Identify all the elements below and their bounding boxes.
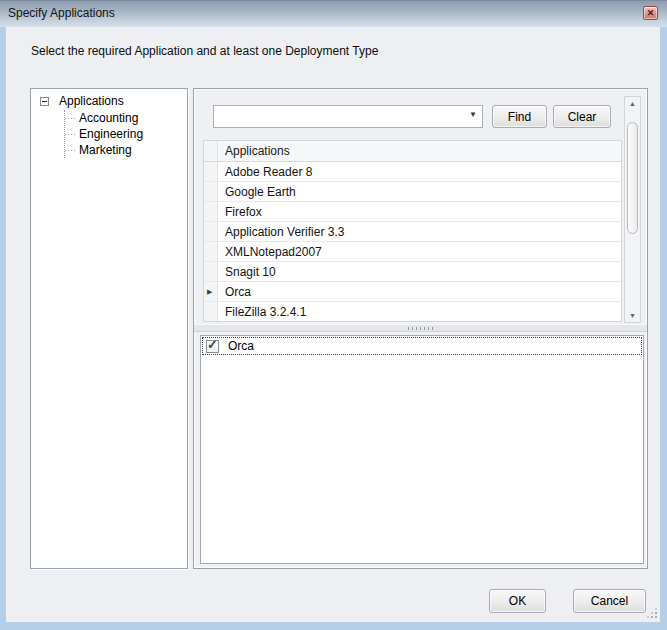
scroll-down-arrow-icon[interactable]: ▼: [625, 312, 640, 319]
splitter-grip: [408, 327, 434, 330]
column-header-applications[interactable]: Applications: [218, 141, 621, 161]
checkbox-label: Orca: [228, 339, 254, 353]
specify-applications-dialog: Specify Applications ✕ Select the requir…: [0, 0, 667, 630]
current-row-marker-icon: ▶: [207, 288, 212, 296]
scrollbar-thumb[interactable]: [627, 122, 638, 234]
ok-button[interactable]: OK: [489, 589, 546, 613]
close-icon: ✕: [647, 8, 655, 18]
tree-root-label: Applications: [59, 94, 124, 108]
row-selector-cell: [204, 302, 218, 321]
deployment-item-orca[interactable]: ✓ Orca: [202, 337, 642, 355]
row-selector-cell: ▶: [204, 282, 218, 301]
collapse-minus-icon[interactable]: [40, 97, 49, 106]
deployment-type-list: ✓ Orca: [200, 335, 644, 564]
search-input[interactable]: [214, 106, 462, 127]
table-row[interactable]: Snagit 10: [204, 262, 621, 282]
row-selector-cell: [204, 262, 218, 281]
applications-tree-panel: Applications Accounting Engineering Mark…: [30, 88, 188, 569]
grid-header-row[interactable]: Applications: [204, 141, 621, 162]
table-row[interactable]: Adobe Reader 8: [204, 162, 621, 182]
search-combo[interactable]: ▼: [213, 105, 483, 128]
applications-grid: Applications Adobe Reader 8 Google Earth…: [203, 140, 622, 322]
tree-item-accounting[interactable]: Accounting: [65, 110, 143, 126]
applications-panel: ▼ Find Clear Applications Adobe Reader 8…: [193, 88, 648, 569]
horizontal-splitter[interactable]: [194, 324, 647, 332]
row-selector-cell: [204, 222, 218, 241]
tree-item-engineering[interactable]: Engineering: [65, 126, 143, 142]
row-selector-cell: [204, 162, 218, 181]
app-name-cell: Orca: [218, 282, 621, 301]
tree-children: Accounting Engineering Marketing: [64, 110, 143, 158]
row-selector-cell: [204, 242, 218, 261]
resize-grip[interactable]: [646, 607, 658, 619]
table-row[interactable]: XMLNotepad2007: [204, 242, 621, 262]
app-name-cell: Snagit 10: [218, 262, 621, 281]
tree-item-applications[interactable]: Applications: [40, 94, 124, 108]
table-row[interactable]: FileZilla 3.2.4.1: [204, 302, 621, 322]
table-row[interactable]: Application Verifier 3.3: [204, 222, 621, 242]
window-title: Specify Applications: [8, 6, 115, 20]
row-selector-cell: [204, 202, 218, 221]
app-name-cell: Google Earth: [218, 182, 621, 201]
dialog-body: Select the required Application and at l…: [6, 27, 660, 622]
combo-dropdown-arrow-icon[interactable]: ▼: [469, 110, 477, 119]
close-button[interactable]: ✕: [643, 6, 658, 20]
scroll-up-arrow-icon[interactable]: ▲: [625, 100, 640, 107]
app-name-cell: XMLNotepad2007: [218, 242, 621, 261]
titlebar: Specify Applications ✕: [0, 0, 667, 27]
app-name-cell: FileZilla 3.2.4.1: [218, 302, 621, 321]
orca-checkbox[interactable]: ✓: [206, 340, 219, 353]
table-row[interactable]: Firefox: [204, 202, 621, 222]
row-selector-header: [204, 141, 218, 161]
checkmark-icon: ✓: [207, 337, 218, 352]
find-button[interactable]: Find: [492, 105, 547, 128]
app-name-cell: Firefox: [218, 202, 621, 221]
clear-button[interactable]: Clear: [553, 105, 611, 128]
row-selector-cell: [204, 182, 218, 201]
cancel-button[interactable]: Cancel: [573, 589, 646, 613]
app-name-cell: Adobe Reader 8: [218, 162, 621, 181]
instruction-text: Select the required Application and at l…: [31, 44, 378, 58]
app-name-cell: Application Verifier 3.3: [218, 222, 621, 241]
table-row-current[interactable]: ▶ Orca: [204, 282, 621, 302]
grid-vertical-scrollbar[interactable]: ▲ ▼: [624, 96, 641, 323]
tree-item-marketing[interactable]: Marketing: [65, 142, 143, 158]
table-row[interactable]: Google Earth: [204, 182, 621, 202]
